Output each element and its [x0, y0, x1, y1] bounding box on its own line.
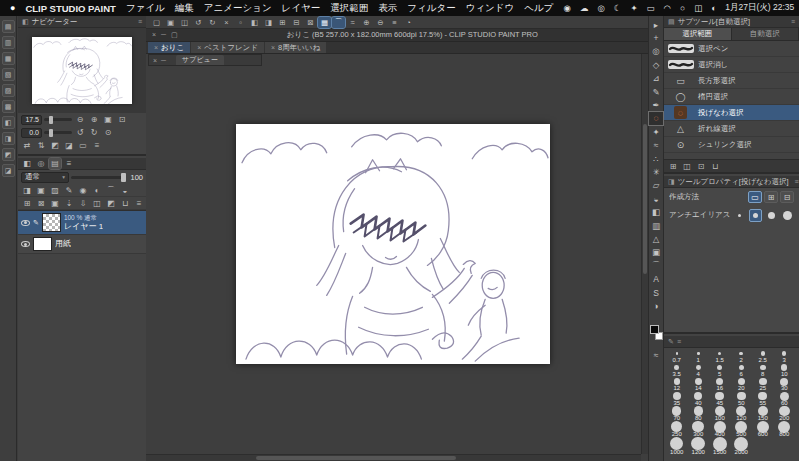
layer-visibility-eye-icon[interactable]	[21, 241, 30, 247]
remove-from-selection-icon[interactable]: ⊟	[780, 191, 794, 203]
wifi-icon[interactable]: ◠	[664, 3, 671, 13]
snap-to-ruler-icon[interactable]: ▦	[318, 17, 331, 28]
brush-size-item[interactable]: 3.5	[666, 363, 688, 377]
menu-item[interactable]: 選択範囲	[330, 2, 368, 15]
move-view-tool-icon[interactable]: ◇	[649, 58, 663, 71]
rotate-right-icon[interactable]: ↻	[88, 127, 100, 138]
screen-record-icon[interactable]: ◎	[597, 3, 604, 13]
open-file-icon[interactable]: ▣	[164, 17, 177, 28]
brush-size-item[interactable]: 14	[688, 377, 710, 391]
eraser-tool-icon[interactable]: ▱	[649, 179, 663, 192]
subtool-item[interactable]: ◯ 楕円選択	[664, 89, 799, 105]
brush-size-item[interactable]: 16	[709, 377, 731, 391]
brush-size-item[interactable]: 0.7	[666, 349, 688, 363]
transfer-to-lower-icon[interactable]: ⇣	[63, 198, 75, 209]
minimize-subview-icon[interactable]: ─	[161, 57, 166, 64]
layer-color-icon[interactable]: ◒	[119, 185, 131, 196]
brush-size-item[interactable]: 35	[666, 391, 688, 406]
blend-tool-icon[interactable]: ◒	[649, 192, 663, 205]
selection-tool-icon[interactable]: ◌	[649, 112, 663, 125]
brush-size-item[interactable]: 20	[731, 377, 753, 391]
tool-property-menu-icon[interactable]: ≡	[795, 178, 799, 185]
material-3d-panel-icon[interactable]: ◧	[2, 116, 15, 129]
vertical-scrollbar-thumb[interactable]	[643, 124, 647, 274]
close-tab-icon[interactable]: ×	[154, 44, 158, 51]
rotate-90-right-icon[interactable]: ◪	[63, 140, 75, 151]
rotate-view-icon[interactable]: ◔	[402, 17, 415, 28]
paintbrush-tool-icon[interactable]: ≈	[649, 139, 663, 152]
brush-size-item[interactable]: 400	[709, 421, 731, 437]
brush-size-item[interactable]: 6	[731, 363, 753, 377]
menu-item[interactable]: アニメーション	[204, 2, 272, 15]
vertical-scrollbar[interactable]	[641, 54, 648, 454]
subtool-item[interactable]: ▭ 長方形選択	[664, 73, 799, 89]
bluetooth-icon[interactable]: ✦	[630, 3, 637, 13]
brush-size-item[interactable]: 80	[688, 406, 710, 421]
brush-size-item[interactable]: 70	[666, 406, 688, 421]
brush-size-item[interactable]: 1	[688, 349, 710, 363]
frame-border-tool-icon[interactable]: ▣	[649, 246, 663, 259]
menu-item[interactable]: 表示	[378, 2, 397, 15]
brush-size-item[interactable]: 1.5	[709, 349, 731, 363]
fit-to-screen-icon[interactable]: ▣	[102, 114, 114, 125]
color-chips[interactable]	[650, 325, 663, 340]
subtool-delete-icon[interactable]: ⊔	[709, 161, 721, 172]
cloud-icon[interactable]: ☁	[580, 3, 589, 13]
subtool-duplicate-icon[interactable]: ◫	[681, 161, 693, 172]
layer-row[interactable]: ✎ 100 % 通常 レイヤー 1	[18, 211, 146, 235]
create-mask-icon[interactable]: ◫	[91, 198, 103, 209]
brush-size-item[interactable]: 500	[731, 421, 753, 437]
document-tab[interactable]: × おりこ	[148, 42, 190, 53]
material-manga-panel-icon[interactable]: ▨	[2, 84, 15, 97]
maximize-document-icon[interactable]: ▢	[171, 31, 178, 39]
close-tab-icon[interactable]: ×	[197, 44, 201, 51]
merge-with-lower-icon[interactable]: ⇩	[77, 198, 89, 209]
close-document-icon[interactable]: ×	[152, 31, 156, 39]
layer-move-tool-icon[interactable]: +	[649, 31, 663, 44]
menu-item[interactable]: ヘルプ	[524, 2, 553, 15]
brush-size-item[interactable]: 1000	[666, 437, 688, 455]
brush-size-item[interactable]: 40	[688, 391, 710, 406]
document-tab[interactable]: × 8周年いいね	[265, 42, 326, 53]
horizontal-scrollbar-thumb[interactable]	[256, 456, 456, 460]
decoration-tool-icon[interactable]: ✳	[649, 165, 663, 178]
anti-alias-strong-option[interactable]	[781, 209, 794, 222]
opacity-slider[interactable]	[71, 176, 126, 179]
subtool-item[interactable]: △ 折れ線選択	[664, 121, 799, 137]
control-center-icon[interactable]: ◫	[694, 3, 702, 13]
subtool-group-tab[interactable]: 選択範囲	[664, 28, 732, 40]
brush-size-item[interactable]: 25	[752, 377, 774, 391]
apple-menu-icon[interactable]: ●	[10, 3, 15, 13]
subtool-item[interactable]: 選択消し	[664, 57, 799, 73]
lock-transparent-pixels-icon[interactable]: ▨	[49, 185, 61, 196]
auto-select-tool-icon[interactable]: ✦	[649, 125, 663, 138]
brush-size-item[interactable]: 600	[752, 421, 774, 437]
zoom-out-view-icon[interactable]: ⊖	[374, 17, 387, 28]
layer-palette-menu-icon[interactable]: ≡	[63, 158, 75, 169]
layer-row[interactable]: ✎ 用紙	[18, 235, 146, 254]
menu-item[interactable]: ウィンドウ	[466, 2, 515, 15]
deselect-icon[interactable]: ▫	[234, 17, 247, 28]
gradient-tool-icon[interactable]: ▥	[649, 219, 663, 232]
display-menu-icon[interactable]: ≡	[388, 17, 401, 28]
selection-subtract-icon[interactable]: ⊟	[290, 17, 303, 28]
menu-item[interactable]: フィルター	[407, 2, 455, 15]
switch-main-sub-color-icon[interactable]: ≈	[649, 349, 663, 362]
document-tab[interactable]: × ベストフレンド	[191, 42, 264, 53]
paper-thumbnail[interactable]	[33, 237, 52, 251]
new-vector-layer-icon[interactable]: ⊠	[35, 198, 47, 209]
brush-size-item[interactable]: 200	[774, 406, 796, 421]
minimize-document-icon[interactable]: ─	[161, 31, 166, 39]
menu-bar-clock[interactable]: 1月27日(火) 22:35	[725, 2, 794, 14]
subtool-group-tab[interactable]: 自動選択	[732, 28, 799, 40]
brush-size-item[interactable]: 120	[731, 406, 753, 421]
menu-item[interactable]: 編集	[175, 2, 194, 15]
undo-icon[interactable]: ↺	[192, 17, 205, 28]
layer-search-tab-icon[interactable]: ◎	[35, 158, 47, 169]
add-to-selection-icon[interactable]: ⊞	[764, 191, 778, 203]
zoom-out-icon[interactable]: ⊖	[74, 114, 86, 125]
apply-mask-icon[interactable]: ◩	[105, 198, 117, 209]
rotate-left-icon[interactable]: ↺	[74, 127, 86, 138]
pen-tool-icon[interactable]: ✎	[649, 85, 663, 98]
subtool-add-icon[interactable]: ⊞	[667, 161, 679, 172]
